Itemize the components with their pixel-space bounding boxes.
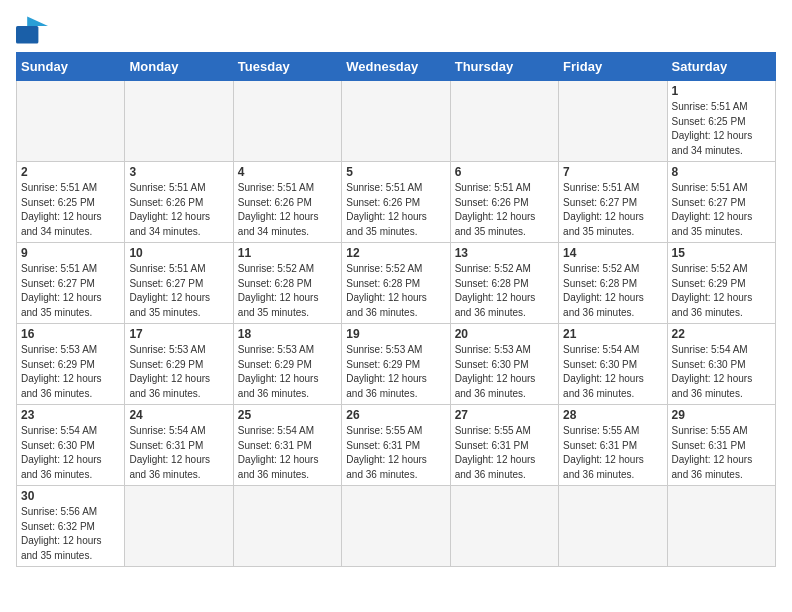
day-number: 6	[455, 165, 554, 179]
week-row-5: 23Sunrise: 5:54 AMSunset: 6:30 PMDayligh…	[17, 405, 776, 486]
day-number: 14	[563, 246, 662, 260]
day-number: 29	[672, 408, 771, 422]
day-info: Sunrise: 5:53 AMSunset: 6:30 PMDaylight:…	[455, 343, 554, 401]
day-header-friday: Friday	[559, 53, 667, 81]
day-info: Sunrise: 5:51 AMSunset: 6:26 PMDaylight:…	[238, 181, 337, 239]
day-info: Sunrise: 5:51 AMSunset: 6:27 PMDaylight:…	[672, 181, 771, 239]
calendar-cell: 23Sunrise: 5:54 AMSunset: 6:30 PMDayligh…	[17, 405, 125, 486]
day-number: 2	[21, 165, 120, 179]
day-info: Sunrise: 5:52 AMSunset: 6:28 PMDaylight:…	[455, 262, 554, 320]
calendar-cell: 20Sunrise: 5:53 AMSunset: 6:30 PMDayligh…	[450, 324, 558, 405]
svg-rect-2	[18, 28, 37, 42]
day-number: 24	[129, 408, 228, 422]
day-info: Sunrise: 5:55 AMSunset: 6:31 PMDaylight:…	[672, 424, 771, 482]
calendar-table: SundayMondayTuesdayWednesdayThursdayFrid…	[16, 52, 776, 567]
calendar-cell: 22Sunrise: 5:54 AMSunset: 6:30 PMDayligh…	[667, 324, 775, 405]
calendar-cell	[559, 81, 667, 162]
day-number: 11	[238, 246, 337, 260]
day-number: 22	[672, 327, 771, 341]
day-number: 28	[563, 408, 662, 422]
calendar-header-row: SundayMondayTuesdayWednesdayThursdayFrid…	[17, 53, 776, 81]
day-info: Sunrise: 5:51 AMSunset: 6:26 PMDaylight:…	[346, 181, 445, 239]
day-number: 21	[563, 327, 662, 341]
day-info: Sunrise: 5:55 AMSunset: 6:31 PMDaylight:…	[455, 424, 554, 482]
calendar-cell: 15Sunrise: 5:52 AMSunset: 6:29 PMDayligh…	[667, 243, 775, 324]
calendar-cell: 24Sunrise: 5:54 AMSunset: 6:31 PMDayligh…	[125, 405, 233, 486]
day-number: 7	[563, 165, 662, 179]
day-info: Sunrise: 5:54 AMSunset: 6:31 PMDaylight:…	[238, 424, 337, 482]
calendar-cell	[450, 81, 558, 162]
svg-marker-1	[27, 16, 48, 26]
calendar-cell: 21Sunrise: 5:54 AMSunset: 6:30 PMDayligh…	[559, 324, 667, 405]
day-info: Sunrise: 5:51 AMSunset: 6:26 PMDaylight:…	[129, 181, 228, 239]
day-number: 13	[455, 246, 554, 260]
day-number: 5	[346, 165, 445, 179]
calendar-cell: 3Sunrise: 5:51 AMSunset: 6:26 PMDaylight…	[125, 162, 233, 243]
day-info: Sunrise: 5:55 AMSunset: 6:31 PMDaylight:…	[346, 424, 445, 482]
day-number: 15	[672, 246, 771, 260]
day-number: 4	[238, 165, 337, 179]
day-info: Sunrise: 5:51 AMSunset: 6:27 PMDaylight:…	[563, 181, 662, 239]
calendar-cell: 26Sunrise: 5:55 AMSunset: 6:31 PMDayligh…	[342, 405, 450, 486]
day-number: 26	[346, 408, 445, 422]
calendar-cell: 1Sunrise: 5:51 AMSunset: 6:25 PMDaylight…	[667, 81, 775, 162]
calendar-cell: 29Sunrise: 5:55 AMSunset: 6:31 PMDayligh…	[667, 405, 775, 486]
day-header-tuesday: Tuesday	[233, 53, 341, 81]
header	[16, 16, 776, 44]
day-info: Sunrise: 5:53 AMSunset: 6:29 PMDaylight:…	[346, 343, 445, 401]
day-number: 10	[129, 246, 228, 260]
day-number: 20	[455, 327, 554, 341]
day-info: Sunrise: 5:54 AMSunset: 6:30 PMDaylight:…	[563, 343, 662, 401]
week-row-4: 16Sunrise: 5:53 AMSunset: 6:29 PMDayligh…	[17, 324, 776, 405]
calendar-cell	[17, 81, 125, 162]
calendar-cell: 8Sunrise: 5:51 AMSunset: 6:27 PMDaylight…	[667, 162, 775, 243]
calendar-cell: 2Sunrise: 5:51 AMSunset: 6:25 PMDaylight…	[17, 162, 125, 243]
calendar-cell: 10Sunrise: 5:51 AMSunset: 6:27 PMDayligh…	[125, 243, 233, 324]
day-number: 9	[21, 246, 120, 260]
calendar-cell: 27Sunrise: 5:55 AMSunset: 6:31 PMDayligh…	[450, 405, 558, 486]
week-row-6: 30Sunrise: 5:56 AMSunset: 6:32 PMDayligh…	[17, 486, 776, 567]
day-number: 8	[672, 165, 771, 179]
calendar-cell	[233, 81, 341, 162]
calendar-cell	[342, 81, 450, 162]
day-info: Sunrise: 5:53 AMSunset: 6:29 PMDaylight:…	[129, 343, 228, 401]
day-info: Sunrise: 5:56 AMSunset: 6:32 PMDaylight:…	[21, 505, 120, 563]
calendar-cell	[125, 486, 233, 567]
day-info: Sunrise: 5:52 AMSunset: 6:28 PMDaylight:…	[563, 262, 662, 320]
day-info: Sunrise: 5:52 AMSunset: 6:28 PMDaylight:…	[238, 262, 337, 320]
logo-icon	[16, 16, 48, 44]
calendar-cell: 19Sunrise: 5:53 AMSunset: 6:29 PMDayligh…	[342, 324, 450, 405]
day-number: 30	[21, 489, 120, 503]
day-number: 23	[21, 408, 120, 422]
day-header-saturday: Saturday	[667, 53, 775, 81]
day-info: Sunrise: 5:51 AMSunset: 6:27 PMDaylight:…	[21, 262, 120, 320]
day-number: 1	[672, 84, 771, 98]
calendar-cell: 16Sunrise: 5:53 AMSunset: 6:29 PMDayligh…	[17, 324, 125, 405]
day-info: Sunrise: 5:52 AMSunset: 6:28 PMDaylight:…	[346, 262, 445, 320]
day-number: 3	[129, 165, 228, 179]
day-info: Sunrise: 5:51 AMSunset: 6:25 PMDaylight:…	[672, 100, 771, 158]
day-number: 19	[346, 327, 445, 341]
day-number: 25	[238, 408, 337, 422]
week-row-1: 1Sunrise: 5:51 AMSunset: 6:25 PMDaylight…	[17, 81, 776, 162]
day-header-sunday: Sunday	[17, 53, 125, 81]
day-header-thursday: Thursday	[450, 53, 558, 81]
day-number: 18	[238, 327, 337, 341]
calendar-cell: 7Sunrise: 5:51 AMSunset: 6:27 PMDaylight…	[559, 162, 667, 243]
day-info: Sunrise: 5:54 AMSunset: 6:31 PMDaylight:…	[129, 424, 228, 482]
logo	[16, 16, 52, 44]
calendar-cell	[342, 486, 450, 567]
calendar-cell	[450, 486, 558, 567]
calendar-cell: 30Sunrise: 5:56 AMSunset: 6:32 PMDayligh…	[17, 486, 125, 567]
calendar-cell	[125, 81, 233, 162]
day-info: Sunrise: 5:51 AMSunset: 6:27 PMDaylight:…	[129, 262, 228, 320]
day-info: Sunrise: 5:54 AMSunset: 6:30 PMDaylight:…	[672, 343, 771, 401]
day-number: 12	[346, 246, 445, 260]
day-number: 17	[129, 327, 228, 341]
calendar-cell: 17Sunrise: 5:53 AMSunset: 6:29 PMDayligh…	[125, 324, 233, 405]
calendar-cell: 6Sunrise: 5:51 AMSunset: 6:26 PMDaylight…	[450, 162, 558, 243]
calendar-cell: 13Sunrise: 5:52 AMSunset: 6:28 PMDayligh…	[450, 243, 558, 324]
calendar-cell: 14Sunrise: 5:52 AMSunset: 6:28 PMDayligh…	[559, 243, 667, 324]
calendar-cell	[667, 486, 775, 567]
calendar-cell: 5Sunrise: 5:51 AMSunset: 6:26 PMDaylight…	[342, 162, 450, 243]
